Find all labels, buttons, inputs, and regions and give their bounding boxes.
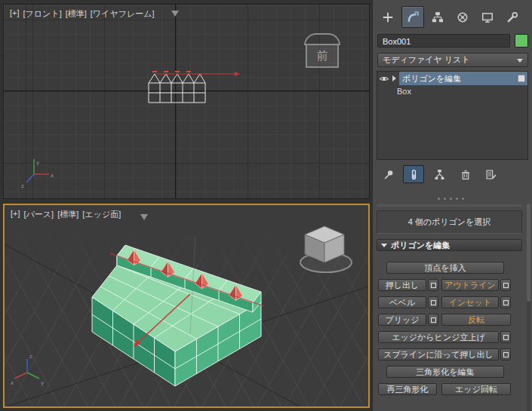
- configure-icon: [485, 169, 497, 180]
- extrude-spline-settings-button[interactable]: [500, 348, 511, 360]
- edit-triangulation-button[interactable]: 三角形化を編集: [386, 366, 504, 378]
- viewport-menu-style[interactable]: [標準]: [66, 8, 87, 20]
- stack-item-edit-poly[interactable]: ポリゴンを編集: [377, 72, 527, 85]
- stack-toolbar: [377, 165, 501, 183]
- bevel-settings-button[interactable]: [428, 296, 438, 308]
- stack-item-label: ポリゴンを編集: [402, 72, 518, 85]
- transform-gizmo-x-axis[interactable]: [156, 72, 240, 76]
- settings-icon: [503, 283, 509, 288]
- panel-scrollbar-thumb[interactable]: [527, 204, 530, 302]
- viewcube-front-face[interactable]: 前: [306, 44, 339, 68]
- selection-status: 4 個のポリゴンを選択: [377, 210, 522, 234]
- scene-object-box[interactable]: [92, 245, 261, 386]
- settings-icon: [503, 300, 509, 305]
- insert-vertex-button[interactable]: 頂点を挿入: [386, 262, 504, 274]
- extrude-settings-button[interactable]: [428, 279, 438, 291]
- settings-icon: [503, 352, 509, 357]
- svg-text:z: z: [29, 354, 32, 360]
- modifier-list-dropdown[interactable]: モディファイヤ リスト: [377, 53, 528, 67]
- modify-icon: [407, 11, 419, 23]
- wrench-icon: [506, 11, 518, 23]
- object-color-swatch[interactable]: [515, 34, 528, 48]
- viewcube-front-label: 前: [317, 49, 328, 63]
- remove-modifier-button[interactable]: [454, 165, 475, 183]
- viewport-menu-style[interactable]: [標準]: [57, 209, 78, 220]
- viewport-menu-pov[interactable]: [フロント]: [23, 8, 62, 20]
- hinge-from-edge-button[interactable]: エッジからヒンジ立上げ: [378, 331, 499, 343]
- tab-create[interactable]: [377, 6, 399, 28]
- wireframe-object[interactable]: [149, 74, 205, 103]
- settings-icon: [431, 300, 436, 305]
- flip-button[interactable]: 反転: [441, 314, 511, 326]
- modifier-list-label: モディファイヤ リスト: [383, 55, 470, 64]
- triangle-marker: [140, 214, 148, 220]
- bridge-settings-button[interactable]: [428, 314, 438, 326]
- viewcube-3d[interactable]: [300, 226, 352, 272]
- retriangulate-button[interactable]: 再三角形化: [378, 383, 437, 395]
- svg-text:z: z: [21, 183, 24, 189]
- viewport-front-labels: [+] [フロント] [標準] [ワイヤフレーム]: [10, 8, 155, 20]
- svg-text:x: x: [11, 380, 14, 386]
- chevron-down-icon: [517, 59, 523, 63]
- viewport-persp-labels: [+] [パース] [標準] [エッジ面]: [11, 209, 121, 220]
- extrude-along-spline-button[interactable]: スプラインに沿って押し出し: [378, 348, 499, 360]
- trash-icon: [460, 169, 471, 180]
- tab-utilities[interactable]: [501, 6, 524, 28]
- viewport-perspective[interactable]: x y z [+] [パース] [標準] [エッジ面]: [3, 204, 370, 408]
- configure-modifier-sets-button[interactable]: [480, 165, 501, 183]
- 3dsmax-window: x y z 前 [+] [フロント] [標準] [ワイヤフレーム]: [0, 0, 532, 411]
- extrude-button[interactable]: 押し出し: [378, 279, 426, 291]
- tab-motion[interactable]: [451, 6, 474, 28]
- svg-text:y: y: [36, 160, 39, 166]
- tab-display[interactable]: [476, 6, 499, 28]
- viewport-menu-pov[interactable]: [パース]: [24, 209, 54, 220]
- command-panel: Box001 モディファイヤ リスト ポリゴンを編集 Box: [372, 0, 532, 411]
- rollout-partial-edge: [377, 204, 522, 207]
- outline-settings-button[interactable]: [500, 279, 511, 291]
- viewport-menu-shading[interactable]: [ワイヤフレーム]: [91, 8, 155, 20]
- tab-modify[interactable]: [401, 6, 424, 28]
- outline-button[interactable]: アウトライン: [441, 279, 499, 291]
- bevel-button[interactable]: ベベル: [378, 296, 426, 308]
- rollout-header-edit-polygons[interactable]: ポリゴンを編集: [377, 239, 522, 251]
- modifier-stack: ポリゴンを編集 Box: [377, 71, 528, 160]
- motion-icon: [457, 11, 469, 23]
- pin-icon: [383, 169, 394, 180]
- display-icon: [481, 11, 494, 23]
- world-axis-tripod: x y z: [11, 354, 44, 386]
- expand-arrow-icon[interactable]: [392, 75, 396, 81]
- create-icon: [382, 11, 394, 23]
- show-end-result-button[interactable]: [403, 165, 424, 183]
- stack-item-box[interactable]: Box: [377, 85, 527, 98]
- make-unique-icon: [434, 169, 445, 180]
- viewport-front[interactable]: x y z 前 [+] [フロント] [標準] [ワイヤフレーム]: [3, 4, 370, 199]
- hierarchy-icon: [432, 11, 444, 23]
- svg-text:x: x: [51, 173, 54, 179]
- subobject-level-icon[interactable]: [518, 75, 525, 82]
- triangle-marker: [171, 11, 179, 17]
- tab-hierarchy[interactable]: [426, 6, 449, 28]
- settings-icon: [431, 283, 436, 288]
- visibility-eye-icon[interactable]: [377, 75, 391, 82]
- test-tube-icon: [408, 169, 420, 180]
- object-name-field[interactable]: Box001: [377, 34, 510, 48]
- make-unique-button[interactable]: [429, 165, 450, 183]
- panel-scrollbar[interactable]: [527, 204, 530, 411]
- hinge-settings-button[interactable]: [500, 331, 511, 343]
- settings-icon: [503, 335, 509, 340]
- world-axis-tripod: x y z: [21, 159, 54, 189]
- bridge-button[interactable]: ブリッジ: [378, 314, 426, 326]
- pin-stack-button[interactable]: [377, 165, 398, 183]
- rollout-collapse-icon: [381, 244, 387, 247]
- settings-icon: [431, 317, 436, 323]
- rollout-title: ポリゴンを編集: [391, 240, 450, 251]
- perspective-scene: x y z: [5, 205, 368, 406]
- viewport-menu-general[interactable]: [+]: [10, 8, 20, 20]
- inset-button[interactable]: インセット: [441, 296, 499, 308]
- svg-text:y: y: [41, 380, 44, 386]
- viewport-menu-shading[interactable]: [エッジ面]: [82, 209, 121, 220]
- panel-splitter-handle[interactable]: [438, 198, 440, 200]
- inset-settings-button[interactable]: [500, 296, 511, 308]
- turn-edge-button[interactable]: エッジ回転: [441, 383, 511, 395]
- viewport-menu-general[interactable]: [+]: [11, 209, 20, 220]
